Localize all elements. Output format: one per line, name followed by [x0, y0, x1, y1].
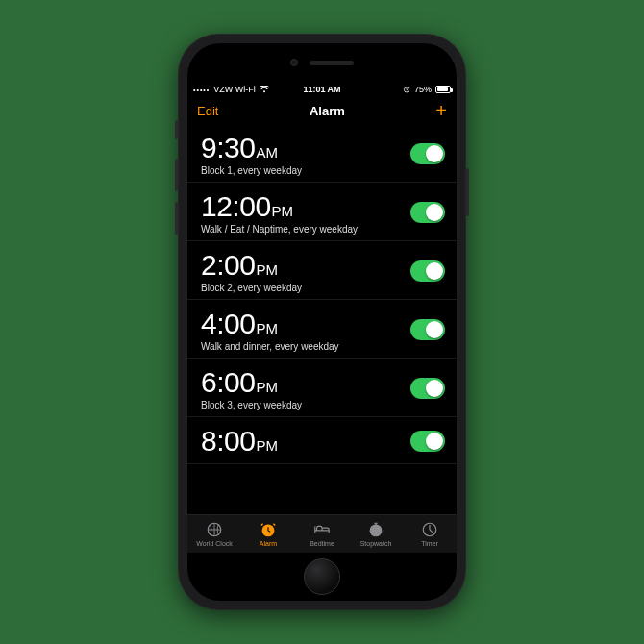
alarm-info: 2:00PMBlock 2, every weekday: [201, 249, 302, 293]
tab-stopwatch[interactable]: Stopwatch: [349, 515, 403, 553]
alarm-time: 9:30: [201, 132, 255, 164]
alarm-row[interactable]: 12:00PMWalk / Eat / Naptime, every weekd…: [187, 183, 457, 241]
alarm-toggle[interactable]: [410, 319, 445, 340]
tab-bar: World Clock Alarm Bedtime: [187, 514, 457, 553]
alarm-time: 12:00: [201, 190, 271, 223]
volume-down-button[interactable]: [175, 202, 178, 235]
alarm-clock-icon: [260, 521, 277, 538]
carrier-label: VZW Wi-Fi: [213, 85, 255, 94]
alarm-time: 4:00: [201, 308, 255, 340]
phone-bottom-bezel: [187, 553, 457, 601]
alarm-desc: Block 2, every weekday: [201, 283, 302, 293]
toggle-knob: [426, 145, 443, 162]
battery-pct-label: 75%: [414, 85, 432, 94]
volume-up-button[interactable]: [175, 159, 178, 191]
alarm-info: 4:00PMWalk and dinner, every weekday: [201, 308, 339, 352]
tab-world-clock[interactable]: World Clock: [187, 515, 241, 553]
alarm-ampm: PM: [272, 203, 294, 219]
alarm-toggle[interactable]: [410, 431, 445, 452]
alarm-ampm: PM: [256, 261, 278, 278]
edit-button[interactable]: Edit: [197, 104, 218, 118]
tab-label: World Clock: [196, 540, 233, 547]
toggle-knob: [426, 433, 443, 450]
alarm-desc: Walk / Eat / Naptime, every weekday: [201, 224, 358, 235]
globe-icon: [206, 521, 223, 538]
alarm-toggle[interactable]: [410, 202, 445, 223]
nav-bar: Edit Alarm +: [187, 97, 457, 124]
alarm-ampm: PM: [256, 437, 278, 454]
alarm-desc: Block 1, every weekday: [201, 165, 302, 176]
alarm-time-line: 2:00PM: [201, 249, 302, 282]
tab-bedtime[interactable]: Bedtime: [295, 515, 349, 553]
tab-label: Bedtime: [310, 540, 334, 547]
alarm-row[interactable]: 9:30AMBlock 1, every weekday: [187, 124, 457, 183]
alarm-row[interactable]: 6:00PMBlock 3, every weekday: [187, 359, 457, 417]
toggle-knob: [426, 321, 443, 338]
tab-alarm[interactable]: Alarm: [241, 515, 295, 553]
alarm-time-line: 6:00PM: [201, 366, 302, 399]
alarm-status-icon: [403, 86, 410, 93]
signal-strength-icon: •••••: [193, 87, 210, 93]
front-camera: [290, 59, 298, 66]
mute-switch[interactable]: [175, 120, 178, 139]
stopwatch-icon: [367, 521, 384, 538]
alarm-row[interactable]: 8:00PM: [187, 417, 457, 464]
alarm-time: 8:00: [201, 425, 255, 458]
add-alarm-button[interactable]: +: [435, 101, 447, 120]
status-time: 11:01 AM: [303, 85, 340, 94]
earpiece: [310, 61, 354, 65]
svg-point-3: [370, 525, 382, 536]
tab-label: Alarm: [260, 540, 277, 547]
alarm-info: 12:00PMWalk / Eat / Naptime, every weekd…: [201, 190, 358, 235]
alarm-time-line: 9:30AM: [201, 132, 302, 164]
toggle-knob: [426, 262, 443, 280]
alarm-info: 9:30AMBlock 1, every weekday: [201, 132, 302, 176]
power-button[interactable]: [466, 168, 469, 216]
tab-timer[interactable]: Timer: [403, 515, 457, 553]
phone-top-bezel: [187, 43, 457, 82]
alarm-time: 6:00: [201, 366, 255, 399]
tab-label: Timer: [421, 540, 438, 547]
alarm-time-line: 4:00PM: [201, 308, 339, 340]
alarm-list[interactable]: 9:30AMBlock 1, every weekday12:00PMWalk …: [187, 124, 457, 514]
status-bar: ••••• VZW Wi-Fi 11:01 AM 75%: [187, 82, 457, 97]
bed-icon: [313, 521, 331, 538]
alarm-ampm: PM: [256, 379, 278, 395]
alarm-desc: Walk and dinner, every weekday: [201, 341, 339, 352]
alarm-time-line: 12:00PM: [201, 190, 358, 223]
alarm-time: 2:00: [201, 249, 255, 282]
tab-label: Stopwatch: [360, 540, 392, 547]
alarm-time-line: 8:00PM: [201, 425, 278, 458]
alarm-info: 8:00PM: [201, 425, 278, 458]
battery-icon: [435, 86, 451, 93]
home-button[interactable]: [304, 558, 340, 595]
alarm-toggle[interactable]: [410, 260, 445, 282]
toggle-knob: [426, 380, 443, 397]
page-title: Alarm: [310, 104, 345, 118]
timer-icon: [421, 521, 438, 538]
wifi-icon: [260, 86, 269, 93]
alarm-desc: Block 3, every weekday: [201, 400, 302, 410]
alarm-info: 6:00PMBlock 3, every weekday: [201, 366, 302, 410]
alarm-ampm: AM: [256, 144, 278, 161]
toggle-knob: [426, 204, 443, 221]
alarm-toggle[interactable]: [410, 378, 445, 399]
phone-frame: ••••• VZW Wi-Fi 11:01 AM 75% Edit: [178, 34, 466, 610]
alarm-row[interactable]: 2:00PMBlock 2, every weekday: [187, 241, 457, 300]
screen: ••••• VZW Wi-Fi 11:01 AM 75% Edit: [187, 82, 457, 553]
phone-body: ••••• VZW Wi-Fi 11:01 AM 75% Edit: [187, 43, 457, 601]
alarm-row[interactable]: 4:00PMWalk and dinner, every weekday: [187, 300, 457, 359]
alarm-toggle[interactable]: [410, 143, 445, 164]
alarm-ampm: PM: [256, 320, 278, 336]
